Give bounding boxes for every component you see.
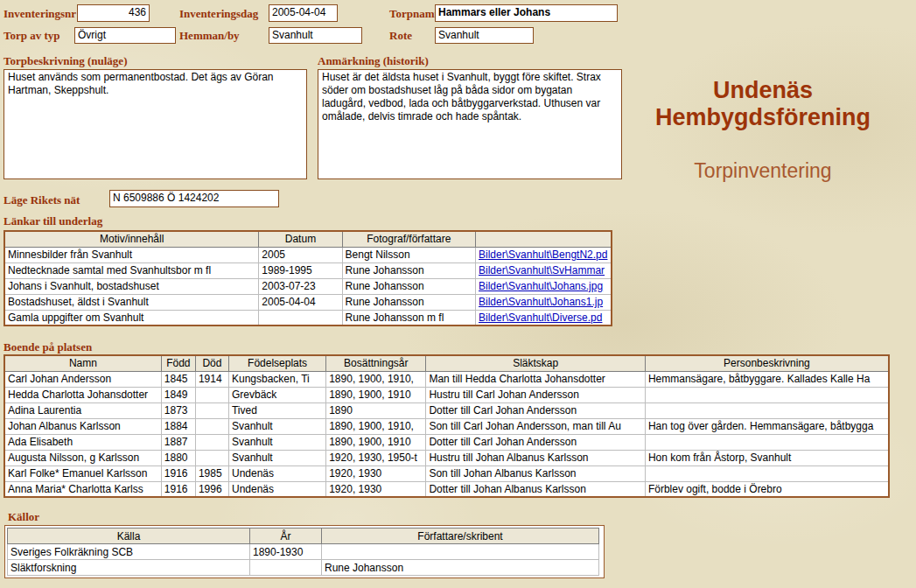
cell[interactable]: Släktforskning bbox=[8, 560, 250, 576]
cell[interactable]: Han tog över gården. Hemmansägare, båtby… bbox=[645, 418, 889, 434]
cell[interactable]: Bostadshuset, äldst i Svanhult bbox=[4, 294, 259, 310]
cell[interactable]: Hedda Charlotta Johansdotter bbox=[4, 387, 161, 402]
cell[interactable] bbox=[195, 387, 228, 402]
cell[interactable]: 2003-07-23 bbox=[259, 278, 342, 294]
cell[interactable] bbox=[195, 402, 228, 418]
cell[interactable]: Hustru till Johan Albanus Karlsson bbox=[426, 450, 645, 466]
hemman-by-field[interactable]: Svanhult bbox=[269, 27, 362, 44]
cell[interactable]: Hon kom från Åstorp, Svanhult bbox=[645, 450, 889, 466]
cell[interactable]: 1914 bbox=[195, 371, 228, 387]
inventeringsdag-field[interactable]: 2005-04-04 bbox=[269, 4, 338, 22]
cell[interactable]: Karl Folke* Emanuel Karlsson bbox=[4, 466, 161, 481]
cell[interactable]: Förblev ogift, bodde i Örebro bbox=[645, 481, 889, 497]
lage-rikets-nat-field[interactable]: N 6509886 Ö 1424202 bbox=[109, 190, 279, 207]
cell[interactable]: Minnesbilder från Svanhult bbox=[4, 247, 259, 262]
torp-av-typ-field[interactable]: Övrigt bbox=[74, 27, 176, 44]
cell[interactable]: 2005 bbox=[259, 247, 342, 262]
cell[interactable]: 1916 bbox=[161, 481, 195, 497]
cell[interactable]: Rune Johansson bbox=[322, 560, 599, 576]
lage-rikets-nat-label: Läge Rikets nät bbox=[3, 193, 80, 207]
cell[interactable]: 1916 bbox=[161, 466, 195, 481]
cell[interactable]: Augusta Nilsson, g Karlsson bbox=[4, 450, 161, 466]
cell[interactable]: Nedtecknade samtal med Svanhultsbor m fl bbox=[4, 262, 259, 278]
cell[interactable]: Hemmansägare, båtbyggare. Kallades Kalle… bbox=[645, 371, 889, 387]
cell[interactable]: Carl Johan Andersson bbox=[4, 371, 161, 387]
cell[interactable]: 1920, 1930 bbox=[326, 466, 426, 481]
cell[interactable]: 1920, 1930 bbox=[326, 481, 426, 497]
cell[interactable]: Ada Elisabeth bbox=[4, 434, 161, 450]
cell[interactable]: Dotter till Carl Johan Andersson bbox=[426, 434, 645, 450]
attachment-link[interactable]: Bilder\Svanhult\Johans1.jp bbox=[479, 296, 603, 308]
cell[interactable]: 1989-1995 bbox=[259, 262, 342, 278]
cell[interactable]: 1890 bbox=[326, 402, 426, 418]
attachment-link[interactable]: Bilder\Svanhult\BengtN2.pd bbox=[479, 248, 607, 261]
cell[interactable]: Son till Johan Albanus Karlsson bbox=[426, 466, 645, 481]
cell[interactable]: Svanhult bbox=[228, 450, 325, 466]
rote-field[interactable]: Svanhult bbox=[435, 27, 534, 44]
cell[interactable]: Dotter till Carl Johan Andersson bbox=[426, 402, 645, 418]
cell[interactable]: Son till Carl Johan Andersson, man till … bbox=[426, 418, 645, 434]
cell[interactable]: 1890, 1900, 1910, bbox=[326, 371, 426, 387]
cell[interactable]: 1884 bbox=[161, 418, 195, 434]
cell[interactable]: 1887 bbox=[161, 434, 195, 450]
cell[interactable]: Undenäs bbox=[228, 481, 325, 497]
cell[interactable]: Johan Albanus Karlsson bbox=[4, 418, 161, 434]
cell[interactable]: Kungsbacken, Ti bbox=[228, 371, 325, 387]
cell[interactable]: Johans i Svanhult, bostadshuset bbox=[4, 278, 259, 294]
cell[interactable] bbox=[645, 434, 889, 450]
cell[interactable]: Man till Hedda Charlotta Johansdotter bbox=[426, 371, 645, 387]
cell[interactable]: 1873 bbox=[161, 402, 195, 418]
cell[interactable]: Svanhult bbox=[228, 418, 325, 434]
cell[interactable] bbox=[195, 418, 228, 434]
cell[interactable]: Gamla uppgifter om Svanhult bbox=[4, 310, 259, 326]
cell[interactable] bbox=[645, 402, 889, 418]
cell[interactable]: Adina Laurentia bbox=[4, 402, 161, 418]
attachment-link[interactable]: Bilder\Svanhult\Johans.jpg bbox=[479, 280, 603, 292]
table-row: Carl Johan Andersson 1845 1914 Kungsback… bbox=[4, 371, 889, 387]
cell[interactable]: 1880 bbox=[161, 450, 195, 466]
cell[interactable]: 1890-1930 bbox=[250, 544, 322, 560]
residents-col-dod: Död bbox=[195, 355, 228, 371]
cell[interactable]: Hustru till Carl Johan Andersson bbox=[426, 387, 645, 402]
cell[interactable] bbox=[195, 450, 228, 466]
cell[interactable]: Tived bbox=[228, 402, 325, 418]
cell[interactable] bbox=[645, 466, 889, 481]
torpnamn-field[interactable]: Hammars eller Johans bbox=[435, 4, 618, 22]
torpbeskrivning-textarea[interactable]: Huset används som permanentbostad. Det ä… bbox=[3, 69, 307, 179]
cell[interactable] bbox=[250, 560, 322, 576]
table-row: Hedda Charlotta Johansdotter 1849 Grevbä… bbox=[4, 387, 889, 402]
cell[interactable] bbox=[195, 434, 228, 450]
attachment-link[interactable]: Bilder\Svanhult\Diverse.pd bbox=[479, 312, 602, 324]
cell[interactable]: Anna Maria* Charlotta Karlss bbox=[4, 481, 161, 497]
cell[interactable]: 1920, 1930, 1950-t bbox=[326, 450, 426, 466]
cell[interactable]: 1996 bbox=[195, 481, 228, 497]
cell[interactable]: Bengt Nilsson bbox=[342, 247, 475, 262]
cell[interactable]: Undenäs bbox=[228, 466, 325, 481]
cell[interactable]: Rune Johansson m fl bbox=[342, 310, 475, 326]
table-row: Bostadshuset, äldst i Svanhult 2005-04-0… bbox=[4, 294, 612, 310]
cell[interactable]: Dotter till Johan Albanus Karlsson bbox=[426, 481, 645, 497]
cell[interactable]: 1890, 1900, 1910 bbox=[326, 387, 426, 402]
cell[interactable]: Rune Johansson bbox=[342, 278, 475, 294]
cell[interactable]: Sveriges Folkräkning SCB bbox=[8, 544, 250, 560]
links-heading: Länkar till underlag bbox=[3, 214, 102, 228]
cell[interactable]: 1890, 1900, 1910 bbox=[326, 434, 426, 450]
cell[interactable] bbox=[645, 387, 889, 402]
cell[interactable]: Grevbäck bbox=[228, 387, 325, 402]
cell[interactable]: Svanhult bbox=[228, 434, 325, 450]
residents-col-fodelseplats: Födelseplats bbox=[228, 355, 325, 371]
residents-heading: Boende på platsen bbox=[3, 340, 92, 354]
cell[interactable]: Rune Johansson bbox=[342, 294, 475, 310]
cell[interactable]: Rune Johansson bbox=[342, 262, 475, 278]
cell[interactable] bbox=[322, 544, 599, 560]
cell[interactable]: 2005-04-04 bbox=[259, 294, 342, 310]
anmarkning-textarea[interactable]: Huset är det äldsta huset i Svanhult, by… bbox=[318, 69, 622, 179]
inventeringsnr-field[interactable]: 436 bbox=[77, 4, 150, 22]
attachment-link[interactable]: Bilder\Svanhult\SvHammar bbox=[479, 264, 605, 276]
cell[interactable]: 1890, 1900, 1910, bbox=[326, 418, 426, 434]
inventeringsdag-label: Inventeringsdag bbox=[179, 7, 258, 21]
cell[interactable]: 1985 bbox=[195, 466, 228, 481]
cell[interactable]: 1845 bbox=[161, 371, 195, 387]
cell[interactable]: 1849 bbox=[161, 387, 195, 402]
cell[interactable] bbox=[259, 310, 342, 326]
